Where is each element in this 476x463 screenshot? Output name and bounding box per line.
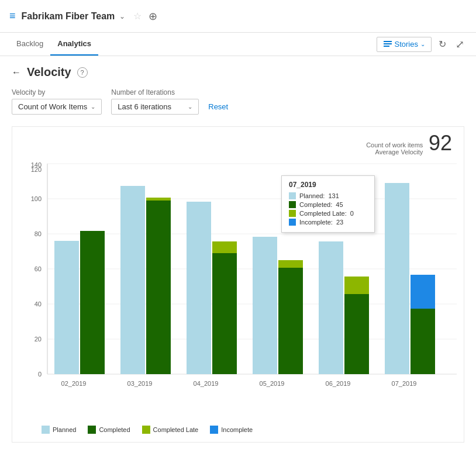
tooltip-planned-value: 131	[328, 192, 339, 199]
bar-late-2	[146, 198, 171, 201]
bar-late-3	[212, 241, 237, 253]
svg-text:04_2019: 04_2019	[194, 380, 219, 387]
legend-incomplete-color	[210, 426, 218, 434]
tooltip-incomplete-value: 23	[336, 219, 343, 226]
bar-completed-4	[278, 268, 303, 374]
svg-text:0: 0	[38, 371, 42, 378]
summary-label2: Average Velocity	[366, 148, 423, 156]
stories-dropdown[interactable]: Stories ⌄	[377, 37, 432, 52]
legend-incomplete-label: Incomplete	[221, 426, 253, 433]
iterations-dropdown[interactable]: Last 6 iterations ⌄	[111, 99, 199, 115]
chart-area: Count of work items Average Velocity 92 …	[12, 126, 464, 443]
chart-container: 0 20 40 60 80 100 120 02_2019	[18, 158, 452, 421]
svg-text:20: 20	[35, 336, 42, 343]
legend-completed: Completed	[88, 426, 130, 434]
tooltip-completed-label: Completed:	[299, 201, 332, 208]
tooltip-planned-label: Planned:	[299, 192, 325, 199]
stories-chevron-icon: ⌄	[420, 41, 425, 47]
legend-planned-color	[42, 426, 50, 434]
tab-analytics[interactable]: Analytics	[50, 33, 98, 56]
iterations-label: Number of Iterations	[111, 88, 199, 96]
bar-completed-1	[80, 231, 105, 374]
favorite-icon[interactable]: ☆	[133, 11, 142, 22]
svg-rect-1	[384, 43, 392, 44]
legend-planned: Planned	[42, 426, 76, 434]
chart-legend: Planned Completed Completed Late Incompl…	[18, 421, 452, 436]
bar-incomplete-6	[411, 275, 435, 309]
tooltip-late-color	[289, 210, 296, 217]
reset-button[interactable]: Reset	[208, 102, 228, 111]
iterations-filter: Number of Iterations Last 6 iterations ⌄	[111, 88, 199, 115]
bar-late-4	[278, 260, 303, 268]
svg-text:05_2019: 05_2019	[260, 380, 285, 387]
legend-planned-label: Planned	[53, 426, 76, 433]
legend-completed-label: Completed	[99, 426, 130, 433]
nav-left: Backlog Analytics	[9, 33, 98, 56]
bar-planned-5	[319, 241, 343, 374]
legend-late-label: Completed Late	[153, 426, 199, 433]
velocity-by-dropdown[interactable]: Count of Work Items ⌄	[12, 99, 102, 115]
tooltip-completed-late: Completed Late: 0	[289, 210, 367, 217]
bar-completed-6	[411, 309, 435, 374]
summary-label1: Count of work items	[366, 141, 423, 148]
svg-text:03_2019: 03_2019	[127, 380, 153, 387]
svg-text:60: 60	[35, 265, 42, 272]
svg-text:100: 100	[31, 195, 42, 202]
bar-planned-6	[385, 183, 409, 374]
nav-tabs: Backlog Analytics Stories ⌄ ↻ ⤢	[0, 33, 476, 56]
velocity-by-chevron-icon: ⌄	[91, 103, 95, 110]
svg-rect-2	[384, 46, 389, 47]
filters: Velocity by Count of Work Items ⌄ Number…	[12, 88, 464, 115]
refresh-button[interactable]: ↻	[436, 36, 449, 52]
tooltip-incomplete-label: Incomplete:	[299, 219, 333, 226]
bar-planned-3	[187, 202, 211, 374]
tooltip-incomplete-color	[289, 219, 296, 226]
tooltip-title: 07_2019	[289, 181, 367, 189]
back-button[interactable]: ←	[12, 67, 21, 78]
bar-completed-3	[212, 253, 237, 374]
legend-late-color	[142, 426, 150, 434]
tooltip-late-label: Completed Late:	[299, 210, 347, 217]
page-header: ← Velocity ?	[12, 65, 464, 79]
iterations-chevron-icon: ⌄	[188, 103, 192, 110]
nav-right: Stories ⌄ ↻ ⤢	[377, 36, 467, 53]
team-members-icon[interactable]: ⊕	[149, 10, 157, 23]
chart-svg: 0 20 40 60 80 100 120 02_2019	[18, 158, 463, 403]
bar-planned-4	[253, 237, 277, 374]
team-chevron-icon[interactable]: ⌄	[119, 12, 125, 20]
tooltip-completed-color	[289, 201, 296, 208]
bar-completed-2	[146, 201, 171, 374]
iterations-value: Last 6 iterations	[118, 102, 171, 111]
svg-text:140: 140	[31, 161, 42, 168]
help-icon[interactable]: ?	[77, 67, 88, 78]
chart-tooltip: 07_2019 Planned: 131 Completed: 45 Compl…	[281, 175, 375, 233]
stories-icon	[383, 40, 392, 49]
tab-backlog[interactable]: Backlog	[9, 33, 50, 56]
content: ← Velocity ? Velocity by Count of Work I…	[0, 56, 476, 452]
tooltip-late-value: 0	[350, 210, 354, 217]
svg-text:40: 40	[35, 300, 42, 307]
expand-button[interactable]: ⤢	[453, 36, 467, 53]
tooltip-completed: Completed: 45	[289, 201, 367, 208]
tooltip-completed-value: 45	[336, 201, 343, 208]
page-title: Velocity	[27, 65, 71, 79]
svg-text:07_2019: 07_2019	[392, 380, 417, 387]
bar-planned-2	[120, 186, 145, 374]
legend-completed-color	[88, 426, 96, 434]
bar-late-5	[344, 277, 369, 294]
velocity-by-label: Velocity by	[12, 88, 102, 96]
velocity-by-value: Count of Work Items	[18, 102, 87, 111]
tooltip-planned-color	[289, 192, 296, 199]
svg-text:80: 80	[35, 230, 42, 237]
team-title: Fabrikam Fiber Team	[22, 11, 115, 22]
svg-text:06_2019: 06_2019	[326, 380, 351, 387]
bar-planned-1	[54, 241, 79, 374]
bar-completed-5	[344, 294, 369, 374]
tooltip-incomplete: Incomplete: 23	[289, 219, 367, 226]
svg-text:02_2019: 02_2019	[61, 380, 87, 387]
legend-incomplete: Incomplete	[210, 426, 253, 434]
tooltip-planned: Planned: 131	[289, 192, 367, 199]
legend-completed-late: Completed Late	[142, 426, 199, 434]
velocity-by-filter: Velocity by Count of Work Items ⌄	[12, 88, 102, 115]
svg-rect-0	[384, 41, 392, 42]
